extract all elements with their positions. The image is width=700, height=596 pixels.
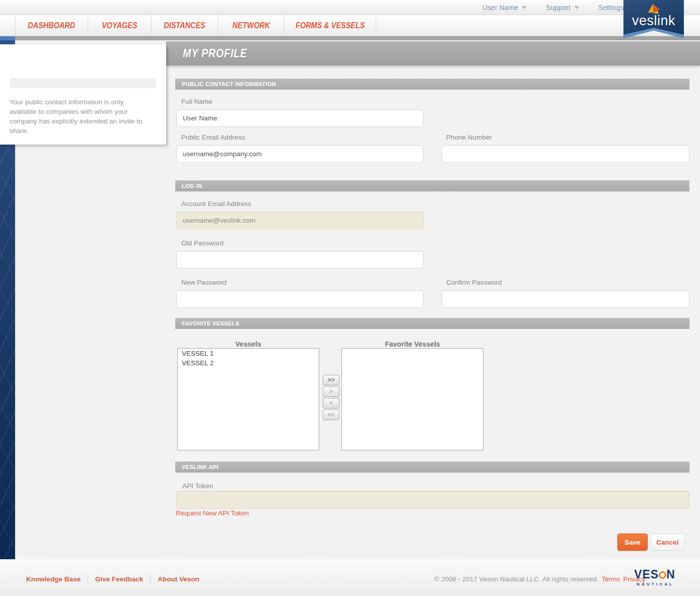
phone-label: Phone Number <box>446 134 492 141</box>
tab-dashboard-label: DASHBOARD <box>28 15 76 36</box>
account-email-label: Account Email Address <box>181 200 251 208</box>
chevron-down-icon <box>574 6 579 9</box>
move-left-button[interactable]: < <box>323 398 339 409</box>
tab-distances[interactable]: DISTANCES <box>152 15 218 36</box>
account-email-input[interactable] <box>176 212 424 229</box>
api-token-input[interactable] <box>176 491 689 509</box>
move-all-right-button[interactable]: >> <box>323 375 339 385</box>
public-email-input[interactable] <box>176 145 424 163</box>
knowledge-base-link[interactable]: Knowledge Base <box>26 575 81 583</box>
page-title: MY PROFILE <box>166 41 700 65</box>
footer: Knowledge Base Give Feedback About Veson… <box>0 559 700 596</box>
move-all-left-button[interactable]: << <box>323 410 339 420</box>
vessels-listbox[interactable]: VESSEL 1 VESSEL 2 <box>177 348 319 450</box>
accent-strip <box>0 36 15 40</box>
divider <box>150 575 151 583</box>
tab-network[interactable]: NETWORK <box>218 15 285 36</box>
shadow-strip <box>15 36 700 40</box>
save-button[interactable]: Save <box>617 534 648 551</box>
give-feedback-link[interactable]: Give Feedback <box>95 575 143 583</box>
full-name-input[interactable] <box>176 109 424 127</box>
info-panel: Your public contact information is only … <box>0 44 166 145</box>
copyright-row: © 2008 - 2017 Veson Nautical LLC. All ri… <box>434 575 646 583</box>
favorite-vessels-list-label: Favorite Vessels <box>341 340 483 348</box>
tab-network-label: NETWORK <box>232 15 270 36</box>
veson-nautical-logo: VESN NAUTICAL <box>632 569 677 586</box>
confirm-password-input[interactable] <box>442 290 689 308</box>
page-title-label: MY PROFILE <box>183 41 247 65</box>
public-email-label: Public Email Address <box>181 134 245 141</box>
move-right-button[interactable]: > <box>323 386 339 397</box>
new-password-input[interactable] <box>176 290 424 308</box>
veslink-logo[interactable]: veslink <box>623 0 684 40</box>
phone-input[interactable] <box>442 145 689 163</box>
info-panel-placeholder <box>10 78 156 88</box>
request-new-api-token-link[interactable]: Request New API Token <box>176 509 249 517</box>
old-password-input[interactable] <box>176 251 424 269</box>
tab-dashboard[interactable]: DASHBOARD <box>15 15 88 36</box>
support-menu[interactable]: Support <box>546 4 579 12</box>
support-menu-label: Support <box>546 4 571 12</box>
veson-wordmark-n: N <box>666 568 675 581</box>
veson-wordmark-ves: VES <box>634 568 659 581</box>
section-header-login: LOG IN <box>175 180 689 191</box>
section-header-public-contact: PUBLIC CONTACT INFORMATION <box>175 79 689 90</box>
veson-o-icon <box>659 571 666 579</box>
api-token-label: API Token <box>182 482 213 490</box>
new-password-label: New Password <box>181 279 227 286</box>
section-header-veslink-api: VESLINK API <box>175 461 689 473</box>
topbar-menus: User Name Support Settings <box>482 0 632 15</box>
footer-links: Knowledge Base Give Feedback About Veson <box>26 575 199 583</box>
confirm-password-label: Confirm Password <box>446 279 502 286</box>
privacy-note: Your public contact information is only … <box>10 97 151 136</box>
terms-link[interactable]: Terms <box>602 575 620 583</box>
section-header-favorite-vessels: FAVORITE VESSELS <box>175 318 689 329</box>
tab-voyages[interactable]: VOYAGES <box>88 15 152 36</box>
favorite-vessels-listbox[interactable] <box>341 348 483 450</box>
user-menu[interactable]: User Name <box>482 4 527 12</box>
tab-forms-vessels[interactable]: FORMS & VESSELS <box>285 15 376 36</box>
cancel-button[interactable]: Cancel <box>651 534 684 551</box>
topbar: User Name Support Settings <box>0 0 700 15</box>
tab-voyages-label: VOYAGES <box>102 15 137 36</box>
settings-menu-label: Settings <box>598 4 624 12</box>
vessel-option[interactable]: VESSEL 2 <box>178 358 319 368</box>
tab-distances-label: DISTANCES <box>164 15 205 36</box>
vessel-option[interactable]: VESSEL 1 <box>178 349 319 358</box>
chevron-down-icon <box>522 6 527 9</box>
about-veson-link[interactable]: About Veson <box>158 575 199 583</box>
full-name-label: Full Name <box>181 98 213 105</box>
logo-text: veslink <box>623 13 684 29</box>
user-menu-label: User Name <box>482 4 518 12</box>
divider <box>88 575 88 583</box>
veson-nautical-text: NAUTICAL <box>632 582 677 586</box>
copyright-text: © 2008 - 2017 Veson Nautical LLC. All ri… <box>434 575 599 583</box>
old-password-label: Old Password <box>181 239 224 247</box>
main-nav: DASHBOARD VOYAGES DISTANCES NETWORK FORM… <box>0 15 700 36</box>
vessels-list-label: Vessels <box>177 340 319 348</box>
veson-wordmark: VESN <box>632 569 677 580</box>
tab-forms-vessels-label: FORMS & VESSELS <box>296 15 365 36</box>
